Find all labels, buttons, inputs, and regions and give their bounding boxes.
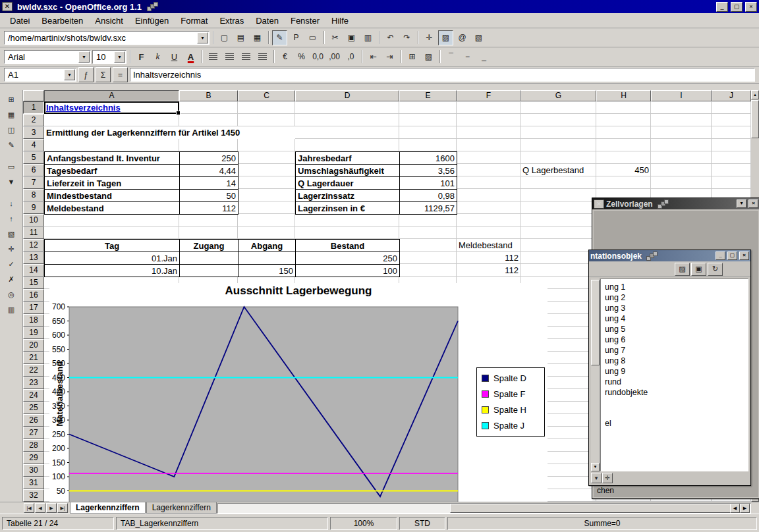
- style-list-item[interactable]: ung 5: [602, 324, 746, 334]
- print-file-icon[interactable]: ▭: [305, 30, 320, 45]
- col-header-J[interactable]: J: [712, 90, 751, 101]
- sheet-tab-0[interactable]: Lagerkennziffern: [70, 502, 146, 514]
- spellcheck-icon[interactable]: ✓: [3, 257, 20, 271]
- export-pdf-icon[interactable]: P: [289, 30, 304, 45]
- cell[interactable]: [180, 252, 239, 265]
- cell[interactable]: [180, 265, 239, 277]
- font-name-dropdown-icon[interactable]: ▼: [78, 51, 90, 63]
- insert-graphic-icon[interactable]: ▧: [3, 226, 20, 241]
- row-header-21[interactable]: 21: [23, 352, 44, 364]
- cell[interactable]: 100: [296, 265, 400, 277]
- chart[interactable]: 5010015020025030035040045050055060065070…: [49, 283, 548, 502]
- row-header-24[interactable]: 24: [23, 389, 44, 402]
- cell[interactable]: Abgang: [239, 240, 296, 252]
- menu-ansicht[interactable]: Ansicht: [89, 14, 129, 27]
- cell[interactable]: Zugang: [180, 240, 239, 252]
- insert-object-icon[interactable]: ◫: [3, 122, 20, 137]
- row-header-6[interactable]: 6: [23, 164, 44, 176]
- cell[interactable]: Bestand: [296, 240, 400, 252]
- cell[interactable]: 250: [180, 152, 239, 165]
- scroll-left-icon[interactable]: ◀: [730, 504, 740, 513]
- paste-icon[interactable]: ▥: [360, 30, 376, 45]
- row-header-31[interactable]: 31: [23, 477, 44, 489]
- function-wizard-icon[interactable]: ƒ: [78, 67, 94, 82]
- new-style-from-selection-icon[interactable]: ▣: [691, 263, 706, 276]
- sort-descending-icon[interactable]: ↑: [3, 211, 20, 226]
- row-header-5[interactable]: 5: [23, 151, 44, 164]
- tab-first-button[interactable]: |◀: [24, 503, 34, 513]
- copy-icon[interactable]: ▣: [344, 30, 359, 45]
- auto-spellcheck-icon[interactable]: ✗: [3, 272, 20, 286]
- menu-hilfe[interactable]: Hilfe: [325, 14, 354, 27]
- font-color-icon[interactable]: A: [183, 49, 198, 65]
- sort-ascending-icon[interactable]: ↓: [3, 196, 20, 211]
- gallery-icon[interactable]: ▧: [471, 30, 486, 45]
- style-list-item[interactable]: ung 6: [602, 334, 746, 345]
- bold-icon[interactable]: F: [134, 49, 149, 65]
- form-functions-icon[interactable]: ▭: [3, 159, 20, 174]
- row-header-29[interactable]: 29: [23, 452, 44, 464]
- rollup-button[interactable]: ▾: [737, 200, 746, 208]
- font-name-combo[interactable]: Arial ▼: [4, 50, 91, 64]
- align-justify-icon[interactable]: [255, 49, 270, 65]
- open-document-icon[interactable]: ▤: [233, 30, 248, 45]
- name-box-dropdown-icon[interactable]: ▼: [64, 69, 75, 80]
- style-list-item[interactable]: ung 9: [602, 366, 746, 377]
- draw-functions-icon[interactable]: ✎: [3, 138, 20, 152]
- style-list-item[interactable]: ung 7: [602, 345, 746, 356]
- underline-icon[interactable]: U: [167, 49, 182, 65]
- font-size-combo[interactable]: 10 ▼: [92, 50, 126, 64]
- cell[interactable]: 01.Jan: [45, 252, 180, 265]
- style-list[interactable]: ung 1ung 2ung 3ung 4ung 5ung 6ung 7ung 8…: [600, 279, 748, 471]
- maximize-button[interactable]: ▢: [727, 252, 737, 260]
- search-replace-icon[interactable]: ◎: [3, 287, 20, 302]
- autofilter-icon[interactable]: ▼: [3, 174, 20, 189]
- cell[interactable]: Lagerzinssatz: [296, 190, 400, 202]
- cell[interactable]: Meldebestand: [45, 202, 180, 215]
- row-header-27[interactable]: 27: [23, 427, 44, 439]
- scroll-up-icon[interactable]: ▲: [751, 90, 759, 99]
- row-header-13[interactable]: 13: [23, 252, 44, 264]
- insert-icon[interactable]: ⊞: [3, 92, 20, 107]
- row-header-16[interactable]: 16: [23, 289, 44, 302]
- menu-einfügen[interactable]: Einfügen: [129, 14, 175, 27]
- cell[interactable]: 0,98: [400, 190, 457, 202]
- style-list-item[interactable]: el: [602, 418, 746, 429]
- cell[interactable]: Jahresbedarf: [296, 152, 400, 165]
- tab-next-button[interactable]: ▶: [46, 503, 57, 513]
- font-size-dropdown-icon[interactable]: ▼: [114, 51, 125, 63]
- align-center-icon[interactable]: [222, 49, 237, 65]
- tab-last-button[interactable]: ▶|: [57, 503, 68, 513]
- row-header-10[interactable]: 10: [23, 214, 44, 226]
- cell[interactable]: Mindestbestand: [45, 190, 180, 202]
- style-list-item[interactable]: rund: [602, 377, 746, 387]
- cell[interactable]: 4,44: [180, 165, 239, 177]
- data-sources-icon[interactable]: ▥: [3, 302, 20, 317]
- stylist-scroll-thumb[interactable]: [591, 280, 600, 365]
- cell[interactable]: 150: [239, 265, 296, 277]
- cell[interactable]: 101: [400, 177, 457, 190]
- edit-file-icon[interactable]: ✎: [272, 30, 287, 45]
- horizontal-scroll-thumb[interactable]: [450, 504, 732, 513]
- col-header-F[interactable]: F: [457, 90, 520, 101]
- menu-bearbeiten[interactable]: Bearbeiten: [36, 14, 89, 27]
- vertical-scroll-thumb[interactable]: [751, 100, 759, 138]
- cell-A3[interactable]: Ermittlung der Lagerkennziffern für Arti…: [44, 126, 295, 139]
- style-list-item[interactable]: rundobjekte: [602, 387, 746, 398]
- presentation-styles-titlebar[interactable]: ntationsobjek _ ▢ ×: [589, 250, 750, 261]
- redo-icon[interactable]: ↷: [399, 30, 414, 45]
- status-zoom[interactable]: 100%: [330, 517, 397, 530]
- menu-datei[interactable]: Datei: [4, 14, 36, 27]
- borders-icon[interactable]: ⊞: [405, 49, 420, 65]
- cell-A1[interactable]: Inhaltsverzeichnis: [44, 101, 179, 114]
- cell-F13[interactable]: 112: [457, 252, 520, 264]
- cell[interactable]: 3,56: [400, 165, 457, 177]
- undo-icon[interactable]: ↶: [383, 30, 398, 45]
- background-color-icon[interactable]: ▨: [421, 49, 436, 65]
- menu-format[interactable]: Format: [175, 14, 213, 27]
- decrease-indent-icon[interactable]: ⇤: [366, 49, 381, 65]
- cell[interactable]: Q Lagerdauer: [296, 177, 400, 190]
- save-document-icon[interactable]: ▦: [250, 30, 265, 45]
- row-header-12[interactable]: 12: [23, 239, 44, 252]
- align-left-icon[interactable]: [206, 49, 221, 65]
